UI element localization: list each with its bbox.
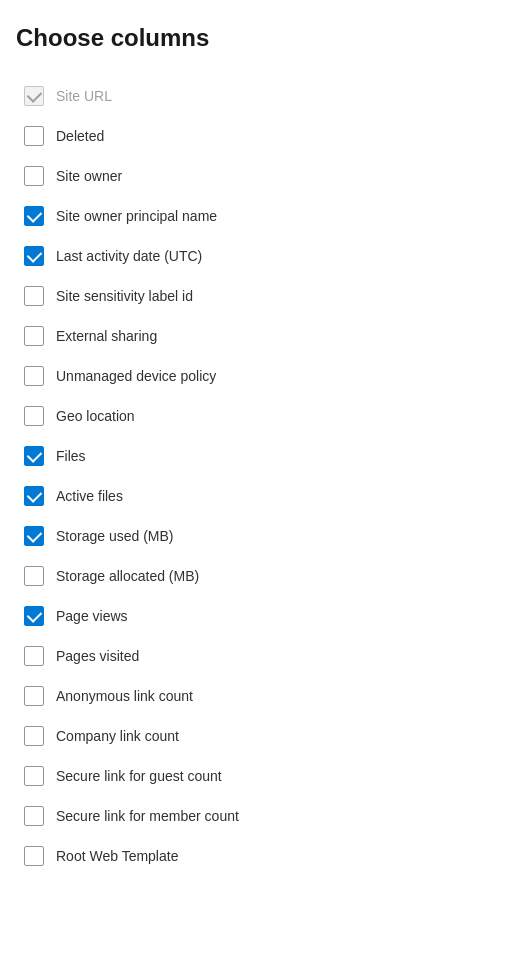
column-item-anonymous-link-count[interactable]: Anonymous link count <box>16 676 490 716</box>
page-title: Choose columns <box>16 24 490 52</box>
checkbox-secure-link-member-count[interactable] <box>24 806 44 826</box>
column-item-company-link-count[interactable]: Company link count <box>16 716 490 756</box>
checkbox-unmanaged-device-policy[interactable] <box>24 366 44 386</box>
column-item-active-files[interactable]: Active files <box>16 476 490 516</box>
checkbox-files[interactable] <box>24 446 44 466</box>
label-last-activity-date: Last activity date (UTC) <box>56 248 202 264</box>
checkbox-secure-link-guest-count[interactable] <box>24 766 44 786</box>
column-item-secure-link-guest-count[interactable]: Secure link for guest count <box>16 756 490 796</box>
column-item-page-views[interactable]: Page views <box>16 596 490 636</box>
label-active-files: Active files <box>56 488 123 504</box>
label-storage-allocated: Storage allocated (MB) <box>56 568 199 584</box>
checkbox-site-sensitivity-label-id[interactable] <box>24 286 44 306</box>
column-item-storage-allocated[interactable]: Storage allocated (MB) <box>16 556 490 596</box>
checkbox-site-owner[interactable] <box>24 166 44 186</box>
column-item-deleted[interactable]: Deleted <box>16 116 490 156</box>
label-pages-visited: Pages visited <box>56 648 139 664</box>
label-site-owner: Site owner <box>56 168 122 184</box>
checkbox-active-files[interactable] <box>24 486 44 506</box>
label-page-views: Page views <box>56 608 128 624</box>
checkbox-storage-used[interactable] <box>24 526 44 546</box>
label-unmanaged-device-policy: Unmanaged device policy <box>56 368 216 384</box>
column-item-geo-location[interactable]: Geo location <box>16 396 490 436</box>
column-item-site-url[interactable]: Site URL <box>16 76 490 116</box>
label-company-link-count: Company link count <box>56 728 179 744</box>
column-item-site-owner[interactable]: Site owner <box>16 156 490 196</box>
column-item-secure-link-member-count[interactable]: Secure link for member count <box>16 796 490 836</box>
column-item-pages-visited[interactable]: Pages visited <box>16 636 490 676</box>
label-site-url: Site URL <box>56 88 112 104</box>
checkbox-page-views[interactable] <box>24 606 44 626</box>
column-item-root-web-template[interactable]: Root Web Template <box>16 836 490 876</box>
label-storage-used: Storage used (MB) <box>56 528 174 544</box>
checkbox-last-activity-date[interactable] <box>24 246 44 266</box>
checkbox-pages-visited[interactable] <box>24 646 44 666</box>
checkbox-root-web-template[interactable] <box>24 846 44 866</box>
checkbox-site-url[interactable] <box>24 86 44 106</box>
checkbox-external-sharing[interactable] <box>24 326 44 346</box>
label-geo-location: Geo location <box>56 408 135 424</box>
label-site-owner-principal-name: Site owner principal name <box>56 208 217 224</box>
label-secure-link-member-count: Secure link for member count <box>56 808 239 824</box>
column-item-storage-used[interactable]: Storage used (MB) <box>16 516 490 556</box>
label-secure-link-guest-count: Secure link for guest count <box>56 768 222 784</box>
checkbox-deleted[interactable] <box>24 126 44 146</box>
label-files: Files <box>56 448 86 464</box>
checkbox-company-link-count[interactable] <box>24 726 44 746</box>
label-site-sensitivity-label-id: Site sensitivity label id <box>56 288 193 304</box>
checkbox-anonymous-link-count[interactable] <box>24 686 44 706</box>
checkbox-site-owner-principal-name[interactable] <box>24 206 44 226</box>
column-item-site-owner-principal-name[interactable]: Site owner principal name <box>16 196 490 236</box>
column-list: Site URLDeletedSite ownerSite owner prin… <box>16 76 490 876</box>
column-item-files[interactable]: Files <box>16 436 490 476</box>
column-item-external-sharing[interactable]: External sharing <box>16 316 490 356</box>
column-item-unmanaged-device-policy[interactable]: Unmanaged device policy <box>16 356 490 396</box>
label-root-web-template: Root Web Template <box>56 848 178 864</box>
column-item-last-activity-date[interactable]: Last activity date (UTC) <box>16 236 490 276</box>
column-item-site-sensitivity-label-id[interactable]: Site sensitivity label id <box>16 276 490 316</box>
checkbox-geo-location[interactable] <box>24 406 44 426</box>
label-external-sharing: External sharing <box>56 328 157 344</box>
label-anonymous-link-count: Anonymous link count <box>56 688 193 704</box>
label-deleted: Deleted <box>56 128 104 144</box>
checkbox-storage-allocated[interactable] <box>24 566 44 586</box>
